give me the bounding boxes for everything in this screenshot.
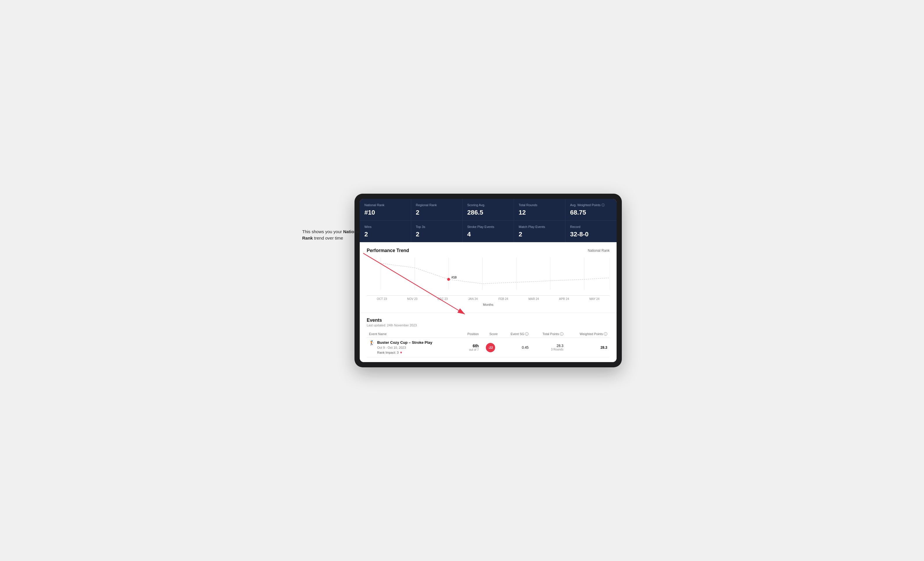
stat-stroke-play-events: Stroke Play Events 4 — [463, 221, 514, 242]
event-name-cell: 🏌️ Buster Cozy Cup – Stroke Play Oct 9 -… — [367, 338, 459, 358]
event-details: Buster Cozy Cup – Stroke Play Oct 9 - Oc… — [377, 340, 432, 355]
chart-svg: #10 — [367, 257, 610, 295]
stat-scoring-avg: Scoring Avg. 286.5 — [463, 199, 514, 220]
col-event-name: Event Name — [367, 331, 459, 338]
event-sg-cell: 0.45 — [500, 338, 531, 358]
weighted-points-cell: 28.3 — [566, 338, 610, 358]
svg-text:#10: #10 — [452, 275, 457, 279]
events-table-header: Event Name Position Score Event SG i Tot… — [367, 331, 610, 338]
events-section: Events Last updated: 24th November 2023 … — [360, 313, 616, 362]
stat-national-rank: National Rank #10 — [360, 199, 411, 220]
stat-match-play-events: Match Play Events 2 — [514, 221, 565, 242]
col-event-sg: Event SG i — [500, 331, 531, 338]
chart-month-labels: OCT 23 NOV 23 DEC 23 JAN 24 FEB 24 MAR 2… — [367, 296, 610, 302]
chart-current-point — [447, 278, 450, 281]
stat-top3s: Top 3s 2 — [411, 221, 462, 242]
stat-avg-weighted-points: Avg. Weighted Points ⓘ 68.75 — [566, 199, 616, 220]
event-icon: 🏌️ — [369, 340, 375, 346]
events-last-updated: Last updated: 24th November 2023 — [367, 323, 610, 327]
stats-row-2: Wins 2 Top 3s 2 Stroke Play Events 4 Mat… — [360, 220, 616, 242]
stat-record: Record 32-8-0 — [566, 221, 616, 242]
stat-wins: Wins 2 — [360, 221, 411, 242]
outer-wrapper: This shows you your National Rank trend … — [302, 194, 622, 368]
performance-title: Performance Trend — [367, 248, 409, 253]
col-weighted-points: Weighted Points i — [566, 331, 610, 338]
performance-rank-label: National Rank — [588, 248, 610, 253]
events-table: Event Name Position Score Event SG i Tot… — [367, 331, 610, 358]
score-badge: -22 — [486, 343, 495, 352]
performance-header: Performance Trend National Rank — [367, 248, 610, 253]
col-position: Position — [459, 331, 481, 338]
weighted-points-info-icon[interactable]: i — [604, 332, 607, 336]
total-points-info-icon[interactable]: i — [560, 332, 563, 336]
total-points-cell: 28.3 3 Rounds — [531, 338, 566, 358]
events-title: Events — [367, 318, 610, 323]
stat-total-rounds: Total Rounds 12 — [514, 199, 565, 220]
tablet-frame: National Rank #10 Regional Rank 2 Scorin… — [354, 194, 622, 368]
stats-row-1: National Rank #10 Regional Rank 2 Scorin… — [360, 199, 616, 220]
table-row: 🏌️ Buster Cozy Cup – Stroke Play Oct 9 -… — [367, 338, 610, 358]
annotation-text: This shows you your National Rank trend … — [302, 229, 366, 242]
rank-impact-arrow: ▼ — [399, 351, 403, 354]
event-sg-info-icon[interactable]: i — [525, 332, 528, 336]
tablet-screen: National Rank #10 Regional Rank 2 Scorin… — [360, 199, 616, 362]
performance-trend-section: Performance Trend National Rank — [360, 242, 616, 313]
x-axis-label: Months — [367, 302, 610, 310]
stat-regional-rank: Regional Rank 2 — [411, 199, 462, 220]
event-score-cell: -22 — [481, 338, 500, 358]
col-score: Score — [481, 331, 500, 338]
performance-chart: #10 — [367, 258, 610, 296]
event-position-cell: 6th out of 7 — [459, 338, 481, 358]
col-total-points: Total Points i — [531, 331, 566, 338]
